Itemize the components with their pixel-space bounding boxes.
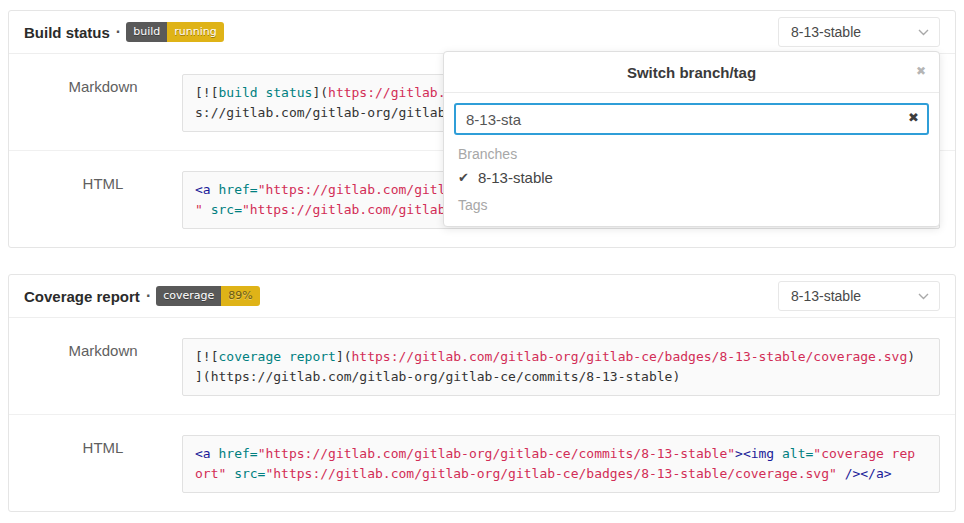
- branch-tag-list: Branches ✔ 8-13-stable Tags: [454, 135, 929, 216]
- popup-title: Switch branch/tag: [627, 64, 756, 81]
- build-status-badge: build running: [126, 22, 224, 42]
- branch-selector-dropdown[interactable]: 8-13-stable: [778, 281, 940, 311]
- row-label: Markdown: [24, 338, 182, 396]
- switch-branch-popup: Switch branch/tag ✖ ✖ Branches ✔ 8-13-st…: [443, 51, 940, 227]
- selected-branch: 8-13-stable: [791, 288, 861, 304]
- badge-value: running: [167, 22, 223, 42]
- check-icon: ✔: [458, 170, 469, 185]
- chevron-down-icon: [918, 293, 929, 300]
- build-status-header: Build status · build running 8-13-stable: [9, 11, 955, 54]
- tags-section-label: Tags: [456, 190, 927, 216]
- coverage-badge: coverage 89%: [156, 286, 260, 306]
- badge-label: coverage: [156, 286, 221, 306]
- chevron-down-icon: [918, 29, 929, 36]
- markdown-snippet: [![coverage report](https://gitlab.com/g…: [182, 338, 940, 396]
- branch-item-8-13-stable[interactable]: ✔ 8-13-stable: [456, 165, 927, 190]
- panel-title: Build status: [24, 24, 110, 41]
- html-row: HTML <a href="https://gitlab.com/gitlab-…: [9, 414, 955, 511]
- branch-item-label: 8-13-stable: [478, 169, 553, 186]
- badge-value: 89%: [221, 286, 259, 306]
- markdown-row: Markdown [![coverage report](https://git…: [9, 318, 955, 414]
- selected-branch: 8-13-stable: [791, 24, 861, 40]
- html-snippet: <a href="https://gitlab.com/gitlab-org/g…: [182, 435, 940, 493]
- title-separator: ·: [146, 287, 151, 305]
- row-label: Markdown: [24, 74, 182, 132]
- row-label: HTML: [24, 171, 182, 229]
- coverage-report-panel: Coverage report · coverage 89% 8-13-stab…: [8, 274, 956, 512]
- branch-search-input[interactable]: [454, 103, 929, 135]
- row-label: HTML: [24, 435, 182, 493]
- branches-section-label: Branches: [456, 139, 927, 165]
- coverage-report-header: Coverage report · coverage 89% 8-13-stab…: [9, 275, 955, 318]
- badge-label: build: [126, 22, 167, 42]
- branch-selector-dropdown[interactable]: 8-13-stable: [778, 17, 940, 47]
- panel-title: Coverage report: [24, 288, 140, 305]
- title-separator: ·: [116, 23, 121, 41]
- clear-search-icon[interactable]: ✖: [908, 110, 919, 125]
- close-icon[interactable]: ✖: [916, 63, 926, 80]
